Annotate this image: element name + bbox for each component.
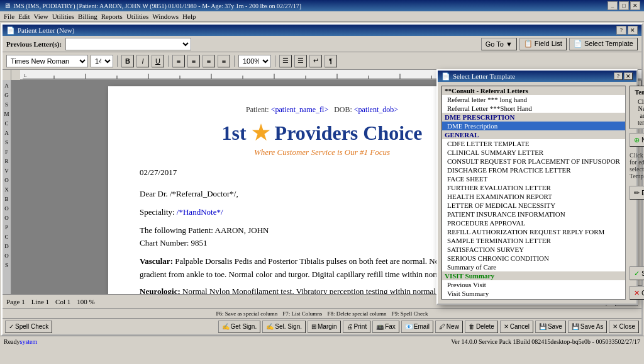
- item-cdfe[interactable]: CDFE LETTER TEMPLATE: [442, 139, 625, 148]
- template-info-box: Template: Click on New for adding templa…: [630, 86, 644, 129]
- group-dme[interactable]: DME PRESCRIPTION: [442, 113, 625, 122]
- item-health-exam[interactable]: HEALTH EXAMINATION REPORT: [442, 192, 625, 201]
- modal-right-panel: Template: Click on New for adding templa…: [630, 86, 644, 300]
- item-procedure[interactable]: PROCEDURE APPROVAL: [442, 219, 625, 227]
- item-dme[interactable]: DME Prescription: [442, 122, 625, 130]
- x-icon: ✕: [634, 289, 640, 297]
- select-template-modal: 📄 Select Letter Template ? ✕ **Consult -…: [436, 69, 638, 305]
- new-template-btn[interactable]: ⊕ New: [630, 133, 644, 147]
- group-consult[interactable]: **Consult - Referral Letters: [442, 86, 625, 95]
- edit-template-btn[interactable]: ✏ Edit: [630, 186, 644, 200]
- modal-body: **Consult - Referral Letters Referral le…: [438, 82, 636, 304]
- item-summary-care[interactable]: Summary of Care: [442, 263, 625, 271]
- template-list[interactable]: **Consult - Referral Letters Referral le…: [441, 86, 626, 300]
- item-patient-ins[interactable]: PATIENT INSURANCE INFORMATION: [442, 210, 625, 219]
- modal-close-btn[interactable]: ✕: [624, 72, 633, 80]
- item-consult-request[interactable]: CONSULT REQUEST FOR PLACEMENT OF INFUSOP…: [442, 157, 625, 166]
- spacer: [630, 203, 644, 258]
- item-refill[interactable]: REFILL AUTHORIZATION REQUEST REPLY FORM: [442, 227, 625, 236]
- item-visit-summary[interactable]: Visit Summary: [442, 289, 625, 298]
- item-serious-chronic[interactable]: SERIOUS CHRONIC CONDITION: [442, 254, 625, 263]
- template-new-hint: Click on New for adding template: [633, 98, 644, 126]
- checkmark-icon: ✓: [634, 270, 640, 278]
- item-sample-term[interactable]: SAMPLE TERMINATION LETTER: [442, 236, 625, 245]
- group-general[interactable]: GENERAL: [442, 130, 625, 139]
- edit-icon: ✏: [634, 189, 640, 197]
- item-discharge[interactable]: DISCHARGE FROM PRACTICE LETTER: [442, 166, 625, 174]
- item-referral-short[interactable]: Referral Letter ***Short Hand: [442, 104, 625, 113]
- edit-hint-text: Click on Edit for editing selected Templ…: [630, 152, 644, 179]
- select-btn[interactable]: ✓ Select: [630, 266, 644, 280]
- item-clinical-summary[interactable]: CLINICAL SUMMARY LETTER: [442, 148, 625, 157]
- modal-cancel-btn[interactable]: ✕ Cancel: [630, 286, 644, 300]
- group-visit[interactable]: VISIT Summary: [442, 271, 625, 280]
- modal-question-btn[interactable]: ?: [614, 72, 623, 80]
- item-letter-med[interactable]: LETTER OF MEDICAL NECESSITY: [442, 201, 625, 210]
- item-referral-long[interactable]: Referral letter *** long hand: [442, 95, 625, 104]
- new-template-icon: ⊕: [634, 136, 640, 144]
- modal-title-bar: 📄 Select Letter Template ? ✕: [438, 71, 636, 82]
- modal-title-text: Select Letter Template: [453, 72, 515, 80]
- item-satisfaction[interactable]: SATISFACTION SURVEY: [442, 245, 625, 254]
- template-list-area: **Consult - Referral Letters Referral le…: [441, 86, 626, 300]
- item-face-sheet[interactable]: FACE SHEET: [442, 174, 625, 183]
- template-label: Template:: [633, 89, 644, 96]
- modal-icon: 📄: [441, 72, 450, 81]
- item-further-eval[interactable]: FURTHER EVALUATION LETTER: [442, 183, 625, 192]
- item-previous-visit[interactable]: Previous Visit: [442, 280, 625, 289]
- modal-overlay: 📄 Select Letter Template ? ✕ **Consult -…: [0, 0, 644, 347]
